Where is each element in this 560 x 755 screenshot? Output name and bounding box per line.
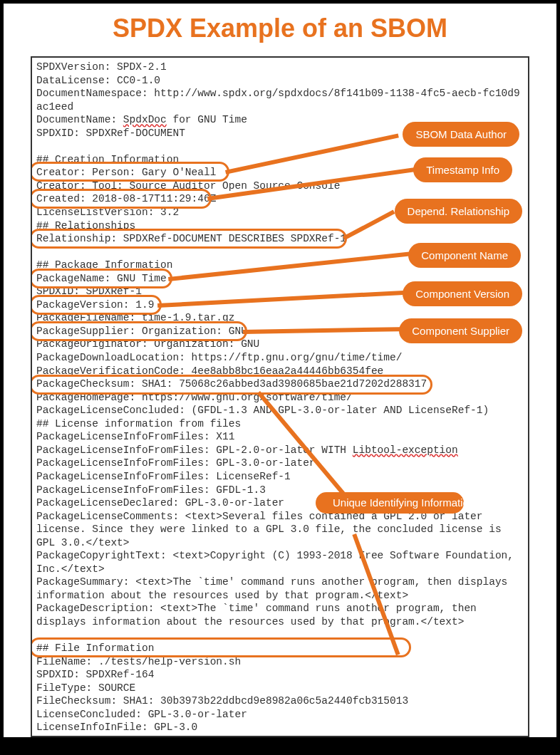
callout-compsup: Component Supplier (399, 318, 522, 343)
highlight-created (31, 189, 212, 209)
code-listing: SPDXVersion: SPDX-2.1 DataLicense: CC0-1… (31, 56, 529, 737)
code-line: LicenseConcluded: GPL-3.0-or-later (36, 708, 524, 722)
code-line: PackageLicenseInfoFromFiles: X11 (36, 430, 524, 444)
code-line: PackageDescription: <text>The `time' com… (36, 602, 524, 628)
code-line: FileType: SOURCE (36, 682, 524, 695)
callout-uid: Unique Identifying Information (316, 492, 464, 514)
code-line: PackageCopyrightText: <text>Copyright (C… (36, 549, 524, 576)
callout-compname: Component Name (408, 243, 521, 268)
highlight-packagename (31, 269, 172, 288)
page-container: SPDX Example of an SBOM SPDXVersion: SPD… (4, 4, 556, 737)
code-line: PackageLicenseInfoFromFiles: GPL-2.0-or-… (36, 444, 524, 457)
code-line: PackageDownloadLocation: https://ftp.gnu… (36, 351, 524, 365)
callout-timestamp: Timestamp Info (413, 157, 512, 182)
page-title: SPDX Example of an SBOM (4, 4, 556, 51)
highlight-creator (31, 162, 229, 182)
highlight-packageversion (31, 295, 162, 315)
code-line: DataLicense: CC0-1.0 (36, 74, 524, 88)
code-line: SPDXID: SPDXRef-164 (36, 668, 524, 682)
code-line: PackageLicenseInfoFromFiles: LicenseRef-… (36, 470, 524, 484)
code-line: PackageSummary: <text>The `time' command… (36, 576, 524, 602)
callout-relationship: Depend. Relationship (395, 199, 522, 224)
highlight-packagechecksum (31, 375, 432, 395)
code-line: DocumentNamespace: http://www.spdx.org/s… (36, 87, 524, 113)
code-line: PackageLicenseComments: <text>Several fi… (36, 510, 524, 550)
highlight-filechecksum (31, 637, 411, 657)
callout-compver: Component Version (403, 281, 522, 306)
code-line: PackageLicenseInfoFromFiles: GPL-3.0-or-… (36, 457, 524, 470)
code-line: LicenseInfoInFile: GPL-3.0 (36, 721, 524, 734)
highlight-relationship (31, 229, 347, 249)
highlight-packagesupplier (31, 321, 247, 341)
code-line: LicenseComments: Seen licenses generated… (36, 734, 524, 737)
callout-author: SBOM Data Author (403, 122, 519, 147)
code-line: FileChecksum: SHA1: 30b3973b22ddbcd9e898… (36, 694, 524, 708)
code-line: SPDXVersion: SPDX-2.1 (36, 61, 524, 74)
